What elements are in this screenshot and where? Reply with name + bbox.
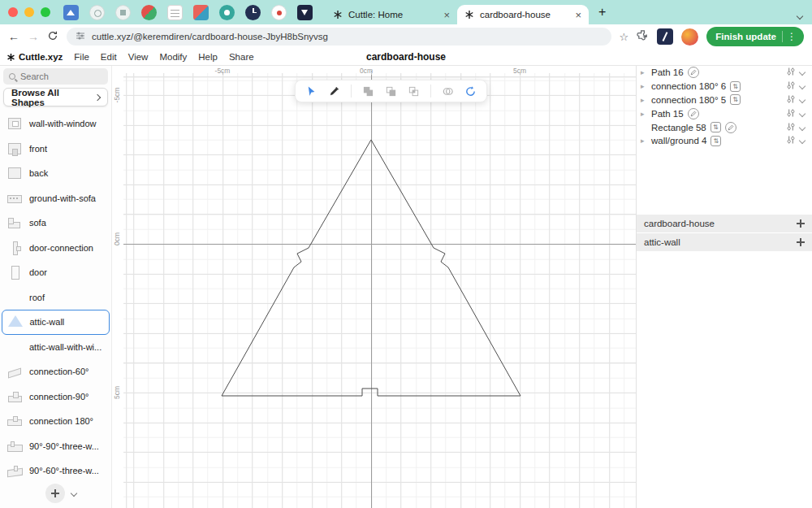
search-input[interactable] (20, 72, 102, 81)
new-tab-button[interactable]: + (598, 6, 606, 19)
extension-icon[interactable] (193, 5, 209, 20)
shape-item-90-60-three-way[interactable]: 90°-60°-three-w... (0, 458, 111, 484)
parameters-sliders-icon[interactable] (786, 67, 796, 78)
shape-item-front[interactable]: front (0, 137, 111, 162)
expand-chevron-icon[interactable] (799, 69, 806, 76)
component-badge-icon[interactable]: ⇅ (730, 94, 741, 105)
parameters-sliders-icon[interactable] (786, 80, 796, 92)
disclosure-caret-icon[interactable]: ▸ (641, 110, 647, 118)
section-cardboard-house[interactable]: cardboard-house (637, 215, 812, 232)
section-attic-wall[interactable]: attic-wall (637, 233, 812, 251)
layer-row[interactable]: ▸ connection 180° 6 ⇅ (637, 80, 812, 93)
extension-icon[interactable] (271, 5, 287, 20)
parameters-sliders-icon[interactable] (786, 122, 796, 133)
expand-chevron-icon[interactable] (799, 83, 806, 89)
shape-item-door-connection[interactable]: door-connection (0, 236, 111, 261)
pinned-extension-icon[interactable] (657, 28, 673, 45)
tab-search-icon[interactable] (797, 10, 802, 21)
add-shape-menu-chevron-icon[interactable] (71, 490, 77, 497)
parameters-sliders-icon[interactable] (786, 94, 796, 106)
add-icon[interactable] (797, 219, 805, 228)
disclosure-caret-icon[interactable]: ▸ (641, 137, 647, 145)
shape-item-door[interactable]: door (0, 260, 111, 285)
expand-chevron-icon[interactable] (799, 111, 806, 117)
reload-button[interactable] (47, 30, 58, 44)
parameters-sliders-icon[interactable] (786, 108, 796, 119)
shape-item-wall-with-window[interactable]: wall-with-window (0, 111, 111, 137)
extension-icon[interactable] (167, 5, 183, 20)
layer-row[interactable]: ▸ connection 180° 5 ⇅ (637, 93, 812, 107)
layer-row[interactable]: ▸ Path 16 (637, 66, 812, 80)
menu-help[interactable]: Help (198, 52, 218, 62)
shape-item-sofa[interactable]: sofa (0, 211, 111, 236)
zoom-window-button[interactable] (41, 7, 50, 17)
menu-file[interactable]: File (74, 52, 89, 62)
edit-pencil-icon[interactable] (688, 108, 699, 119)
close-window-button[interactable] (8, 7, 18, 17)
bookmark-star-icon[interactable]: ☆ (620, 31, 629, 43)
address-bar[interactable]: cuttle.xyz/@keremdiren/cardboard-house-J… (67, 28, 611, 46)
disclosure-caret-icon[interactable]: ▸ (641, 96, 647, 104)
menu-share[interactable]: Share (229, 52, 254, 62)
canvas-toolbar (295, 80, 487, 102)
component-badge-icon[interactable]: ⇅ (710, 122, 721, 132)
parameters-sliders-icon[interactable] (786, 135, 796, 146)
boolean-intersect-icon[interactable] (408, 85, 420, 98)
disclosure-caret-icon[interactable]: ▸ (641, 82, 647, 90)
extension-icon[interactable] (63, 5, 79, 20)
cuttle-logo[interactable]: Cuttle.xyz (6, 52, 63, 62)
extension-icon[interactable] (115, 5, 131, 20)
layer-row[interactable]: ▸ wall/ground 4 ⇅ (637, 134, 812, 148)
shape-item-90-90-three-way[interactable]: 90°-90°-three-w... (0, 434, 111, 459)
menu-modify[interactable]: Modify (159, 52, 187, 62)
menu-edit[interactable]: Edit (101, 52, 117, 62)
layer-row[interactable]: ▸ Rectangle 58 ⇅ (637, 120, 812, 134)
shape-item-connection-180[interactable]: connection 180° (0, 409, 111, 434)
back-button[interactable]: ← (8, 30, 19, 43)
site-info-icon[interactable] (76, 31, 85, 43)
shape-item-attic-wall[interactable]: attic-wall (2, 310, 110, 335)
tab-cuttle-home[interactable]: Cuttle: Home × (326, 5, 457, 24)
profile-avatar[interactable] (681, 28, 698, 46)
edit-pencil-icon[interactable] (688, 67, 699, 78)
expand-chevron-icon[interactable] (799, 137, 806, 144)
layer-row[interactable]: ▸ Path 15 (637, 106, 812, 120)
extension-icon[interactable] (245, 5, 261, 20)
extension-icon[interactable] (219, 5, 235, 20)
component-badge-icon[interactable]: ⇅ (710, 136, 721, 146)
pen-tool-icon[interactable] (328, 85, 340, 98)
add-shape-button[interactable] (45, 484, 65, 503)
select-tool-icon[interactable] (305, 85, 317, 98)
tab-cardboard-house[interactable]: cardboard-house × (457, 5, 589, 24)
shape-item-attic-wall-with-window[interactable]: attic-wall-with-wi... (0, 335, 111, 360)
extension-icon[interactable] (89, 5, 105, 20)
menu-view[interactable]: View (128, 52, 149, 62)
design-canvas[interactable]: -5cm 0cm 5cm -5cm 0cm 5cm (112, 66, 636, 508)
browser-menu-icon[interactable]: ⋮ (782, 31, 801, 42)
search-box[interactable] (3, 68, 108, 85)
minimize-window-button[interactable] (24, 7, 34, 17)
shape-item-back[interactable]: back (0, 161, 111, 186)
boolean-union-icon[interactable] (362, 85, 374, 98)
component-badge-icon[interactable]: ⇅ (730, 81, 741, 92)
finish-update-button[interactable]: Finish update ⋮ (706, 27, 804, 46)
tab-close-icon[interactable]: × (443, 10, 450, 20)
boolean-subtract-icon[interactable] (385, 85, 397, 98)
edit-pencil-icon[interactable] (725, 122, 736, 133)
shape-item-connection-90[interactable]: connection-90° (0, 384, 111, 410)
expand-chevron-icon[interactable] (799, 97, 806, 103)
shape-item-roof[interactable]: roof (0, 285, 111, 310)
add-icon[interactable] (797, 238, 805, 246)
disclosure-caret-icon[interactable]: ▸ (641, 68, 647, 76)
expand-chevron-icon[interactable] (799, 124, 806, 130)
forward-button[interactable]: → (28, 30, 39, 43)
browse-all-shapes-button[interactable]: Browse All Shapes (3, 88, 108, 106)
outline-tool-icon[interactable] (442, 85, 454, 98)
extension-icon[interactable] (141, 5, 157, 20)
extensions-puzzle-icon[interactable] (637, 29, 649, 44)
tab-close-icon[interactable]: × (575, 10, 581, 20)
shape-item-connection-60[interactable]: connection-60° (0, 359, 111, 384)
shape-item-ground-with-sofa[interactable]: ground-with-sofa (0, 186, 111, 211)
rotate-copies-tool-icon[interactable] (464, 85, 477, 98)
extension-icon[interactable] (297, 5, 313, 20)
